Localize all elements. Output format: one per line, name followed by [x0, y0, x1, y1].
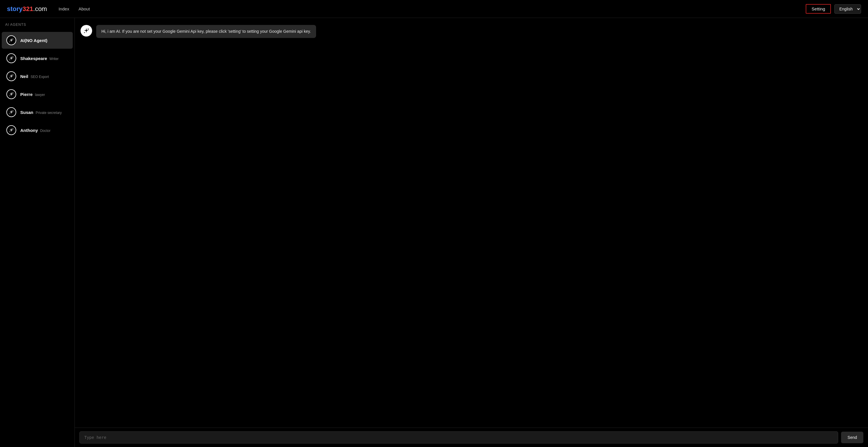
ai-avatar	[81, 25, 92, 36]
main-layout: AI AGENTS AI(NO Agent) Shakespeare Write…	[0, 18, 868, 447]
agent-role-shakespeare: Writer	[50, 57, 59, 61]
agent-name-no-agent: AI(NO Agent)	[20, 38, 48, 43]
sparkle-icon-susan	[9, 110, 14, 115]
message-row: Hi, i am AI. If you are not set your Goo…	[81, 25, 862, 38]
sidebar: AI AGENTS AI(NO Agent) Shakespeare Write…	[0, 18, 75, 447]
chat-messages: Hi, i am AI. If you are not set your Goo…	[75, 18, 868, 427]
agent-name-shakespeare: Shakespeare	[20, 56, 47, 61]
header: story321.com Index About Setting English…	[0, 0, 868, 18]
sidebar-item-anthony[interactable]: Anthony Doctor	[2, 122, 73, 139]
nav-about[interactable]: About	[79, 6, 90, 11]
sparkle-icon-anthony	[9, 127, 14, 133]
sidebar-item-no-agent[interactable]: AI(NO Agent)	[2, 32, 73, 49]
main-nav: Index About	[59, 6, 90, 11]
chat-input[interactable]	[80, 431, 838, 444]
input-area: Send	[75, 427, 868, 447]
setting-button[interactable]: Setting	[806, 4, 831, 13]
agent-info-neil: Neil SEO Export	[20, 74, 49, 79]
agent-icon-no-agent	[6, 35, 16, 45]
sidebar-title: AI AGENTS	[0, 18, 74, 31]
sparkle-icon-avatar	[83, 28, 90, 34]
agent-icon-susan	[6, 107, 16, 117]
sparkle-icon-pierre	[9, 92, 14, 97]
agent-info-anthony: Anthony Doctor	[20, 128, 51, 133]
agent-role-neil: SEO Export	[31, 75, 49, 79]
agent-icon-shakespeare	[6, 53, 16, 63]
logo-321: 321	[23, 5, 33, 12]
agent-name-anthony: Anthony	[20, 128, 38, 133]
sparkle-icon-shakespeare	[9, 56, 14, 61]
agent-name-pierre: Pierre	[20, 92, 33, 97]
sidebar-item-shakespeare[interactable]: Shakespeare Writer	[2, 50, 73, 67]
sidebar-item-neil[interactable]: Neil SEO Export	[2, 68, 73, 85]
logo-com: .com	[33, 5, 47, 12]
sparkle-icon-neil	[9, 73, 14, 79]
sparkle-icon	[9, 38, 14, 43]
agent-icon-anthony	[6, 125, 16, 135]
agent-name-susan: Susan	[20, 110, 33, 115]
agent-role-susan: Private secretary	[36, 111, 62, 115]
sidebar-item-susan[interactable]: Susan Private secretary	[2, 104, 73, 121]
message-bubble: Hi, i am AI. If you are not set your Goo…	[96, 25, 316, 38]
agent-info-pierre: Pierre lawyer	[20, 92, 45, 97]
agent-info-susan: Susan Private secretary	[20, 110, 62, 115]
agent-role-pierre: lawyer	[35, 93, 45, 97]
nav-index[interactable]: Index	[59, 6, 69, 11]
agent-name-neil: Neil	[20, 74, 28, 79]
agent-role-anthony: Doctor	[40, 129, 51, 133]
agent-icon-neil	[6, 71, 16, 81]
send-button[interactable]: Send	[841, 431, 863, 443]
agent-icon-pierre	[6, 89, 16, 99]
header-right: Setting English 中文 日本語 한국어	[806, 4, 861, 13]
chat-area: Hi, i am AI. If you are not set your Goo…	[75, 18, 868, 447]
agent-info-no-agent: AI(NO Agent)	[20, 38, 48, 43]
sidebar-item-pierre[interactable]: Pierre lawyer	[2, 86, 73, 102]
logo-story: story	[7, 5, 23, 12]
logo: story321.com	[7, 5, 47, 13]
agent-info-shakespeare: Shakespeare Writer	[20, 56, 59, 61]
language-select[interactable]: English 中文 日本語 한국어	[834, 4, 861, 13]
